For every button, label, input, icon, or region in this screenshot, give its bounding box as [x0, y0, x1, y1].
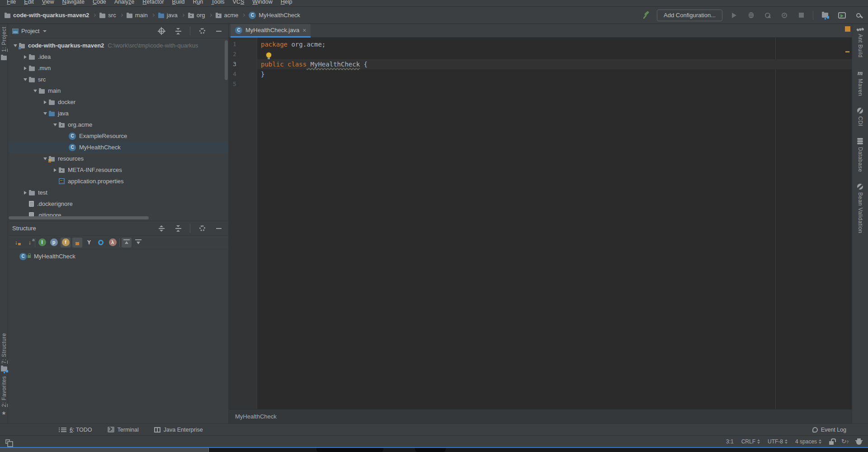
tree-right-arrow-icon[interactable] [21, 67, 29, 70]
tree-item-docker[interactable]: docker [9, 96, 228, 108]
breadcrumb-org[interactable]: org [188, 12, 205, 19]
stripe-cdi[interactable]: CDI [857, 108, 863, 126]
search-everywhere-button[interactable] [854, 10, 863, 20]
warning-stripe-mark[interactable] [845, 51, 849, 52]
structure-panel-title[interactable]: Structure [12, 225, 36, 232]
show-non-public-button[interactable] [72, 238, 82, 247]
editor-area[interactable]: MyHealthCheck.java × 12345 package org.a… [229, 24, 852, 423]
sort-alphabetically-button[interactable]: ↓ [23, 238, 33, 247]
menu-view[interactable]: View [38, 0, 58, 6]
tab-myhealthcheck-java[interactable]: MyHealthCheck.java × [231, 24, 311, 38]
expand-all-button[interactable] [156, 224, 166, 233]
stripe-bean-validation[interactable]: Bean Validation [857, 184, 863, 233]
indent-widget[interactable]: 4 spaces [795, 438, 821, 445]
show-lambdas-button[interactable]: λ [108, 238, 118, 247]
intention-bulb-icon[interactable] [266, 52, 271, 57]
tree-right-arrow-icon[interactable] [21, 55, 29, 59]
breadcrumb-acme[interactable]: acme [216, 12, 239, 19]
hide-project-button[interactable] [214, 26, 224, 36]
collapse-all-button[interactable] [173, 224, 183, 233]
show-interfaces-button[interactable] [96, 238, 106, 247]
run-button[interactable] [729, 10, 739, 20]
tree-right-arrow-icon[interactable] [41, 100, 49, 104]
line-separator-widget[interactable]: CRLF [741, 438, 760, 445]
tree-item-main[interactable]: main [9, 85, 228, 96]
profiler-button[interactable] [779, 10, 789, 20]
project-structure-button[interactable] [820, 10, 830, 20]
menu-vcs[interactable]: VCS [229, 0, 249, 6]
tree-down-arrow-icon[interactable] [31, 90, 39, 92]
autoscroll-from-source-button[interactable] [133, 238, 143, 247]
tree-item-idea[interactable]: .idea [9, 51, 228, 62]
tree-item-exampleresource[interactable]: ExampleResource [9, 130, 228, 142]
tree-item-java[interactable]: java [9, 108, 228, 119]
tree-item-mvn[interactable]: .mvn [9, 62, 228, 74]
debug-button[interactable] [746, 10, 756, 20]
stripe-2-favorites[interactable]: 2: Favorites★ [1, 376, 7, 416]
stripe-ant-build[interactable]: Ant Build [857, 29, 863, 58]
stripe-database[interactable]: Database [857, 138, 863, 172]
close-tab-icon[interactable]: × [302, 27, 306, 33]
tree-down-arrow-icon[interactable] [11, 44, 19, 47]
breadcrumb-java[interactable]: java [158, 12, 178, 19]
locate-button[interactable] [156, 26, 166, 36]
add-configuration-button[interactable]: Add Configuration... [657, 10, 722, 21]
hector-inspections-widget[interactable] [856, 438, 862, 445]
code-content[interactable]: package org.acme;public class MyHealthCh… [257, 38, 852, 409]
menu-window[interactable]: Window [248, 0, 276, 6]
breadcrumb-src[interactable]: src [99, 12, 116, 19]
tree-item-resources[interactable]: resources [9, 153, 228, 164]
menu-help[interactable]: Help [277, 0, 297, 6]
code-line[interactable] [257, 49, 852, 59]
event-log-button[interactable]: Event Log [812, 427, 846, 433]
menu-code[interactable]: Code [89, 0, 110, 6]
autoscroll-to-source-button[interactable] [122, 238, 132, 247]
show-fields-button[interactable]: f [61, 238, 71, 247]
horizontal-scrollbar[interactable] [9, 216, 149, 219]
inspection-status-square[interactable] [845, 26, 850, 32]
tree-item-src[interactable]: src [9, 74, 228, 85]
tree-right-arrow-icon[interactable] [51, 168, 59, 172]
hide-structure-button[interactable] [214, 224, 224, 233]
menu-analyze[interactable]: Analyze [110, 0, 138, 6]
collapse-all-button[interactable] [173, 26, 183, 36]
tree-item-meta-inf-resources[interactable]: META-INF.resources [9, 164, 228, 176]
toolwindow-6-todo[interactable]: 6: TODO [59, 427, 92, 433]
encoding-widget[interactable]: UTF-8 [768, 438, 788, 445]
stop-button[interactable] [796, 10, 806, 20]
menu-file[interactable]: File [3, 0, 20, 6]
menu-run[interactable]: Run [189, 0, 207, 6]
menu-edit[interactable]: Edit [20, 0, 38, 6]
caret-position-widget[interactable]: 3:1 [726, 438, 734, 445]
tree-item-application-properties[interactable]: application.properties [9, 176, 228, 187]
tree-item-code-with-quarkus-maven2[interactable]: code-with-quarkus-maven2C:\work\src\tmp\… [9, 40, 228, 51]
build-hammer-icon[interactable] [643, 12, 650, 19]
tree-item-dockerignore[interactable]: .dockerignore [9, 198, 228, 209]
code-viewport[interactable]: 12345 package org.acme;public class MyHe… [229, 38, 852, 409]
stripe-7-structure[interactable]: 7: Structure [1, 333, 7, 371]
show-properties-button[interactable]: p [49, 238, 59, 247]
menu-refactor[interactable]: Refactor [138, 0, 168, 6]
breadcrumb-myhealthcheck[interactable]: MyHealthCheck [249, 12, 300, 19]
tree-item-myhealthcheck[interactable]: MyHealthCheck [9, 142, 228, 153]
file-sync-widget[interactable]: ↻? [841, 438, 849, 444]
code-line[interactable]: package org.acme; [257, 39, 852, 49]
tree-down-arrow-icon[interactable] [21, 78, 29, 81]
readonly-toggle[interactable] [829, 438, 834, 445]
structure-settings-button[interactable] [197, 224, 207, 233]
code-line[interactable]: } [257, 69, 852, 79]
toolwindow-terminal[interactable]: Terminal [108, 427, 139, 433]
breadcrumb-class[interactable]: MyHealthCheck [235, 413, 277, 420]
show-inherited-button[interactable]: I [37, 238, 47, 247]
breadcrumb-project[interactable]: code-with-quarkus-maven2 [5, 12, 89, 19]
toolwindow-java-enterprise[interactable]: Java Enterprise [154, 427, 203, 433]
sort-by-visibility-button[interactable]: ↓ [11, 238, 21, 247]
project-panel-title[interactable]: Project [21, 28, 39, 34]
show-tree-button[interactable]: Y [84, 238, 94, 247]
breadcrumb-main[interactable]: main [127, 12, 148, 19]
code-line[interactable] [257, 79, 852, 89]
coverage-button[interactable] [763, 10, 773, 20]
menu-tools[interactable]: Tools [207, 0, 228, 6]
stripe-1-project[interactable]: 1: Project [1, 27, 7, 60]
menu-build[interactable]: Build [168, 0, 189, 6]
